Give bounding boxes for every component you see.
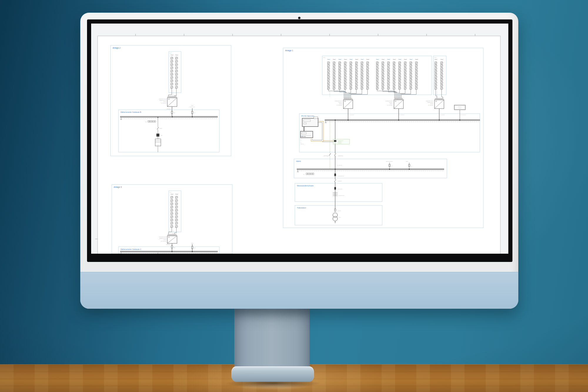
zv-gebaeude-c-label: Zählerverteiler Gebäude C	[121, 248, 141, 250]
lastmanagement-note: EZA-Regler	[338, 142, 342, 142]
dc-terminal	[400, 98, 401, 100]
wr13-note: NYY-J 5x6 mm²	[428, 105, 433, 106]
string-column-label: String 2	[175, 194, 178, 195]
string-column-label: String 2	[440, 59, 443, 60]
string-column-label: String 6	[355, 59, 358, 60]
meter-switch-label: SLS 35 A	[160, 128, 163, 129]
schematic-graphics: String 1String 22x Solarkabel 6 mm²Strin…	[95, 34, 500, 254]
abgang2-label: Abgang	[406, 161, 408, 162]
dc-terminal	[348, 98, 349, 100]
wr12-note: 50,0 kW	[390, 103, 393, 104]
string-column-label: String 6	[404, 59, 407, 60]
pe-terminal	[308, 173, 309, 175]
trafostation-label: Trafostation	[297, 207, 306, 209]
string-column-label: String 7	[361, 59, 364, 60]
junction-dot	[439, 120, 440, 121]
junction-dot	[348, 120, 349, 121]
controller-module	[314, 117, 318, 119]
fuse-symbol	[389, 164, 390, 167]
busbar	[120, 116, 218, 117]
string-column-label: String 5	[350, 59, 353, 60]
pe-terminal	[313, 173, 314, 175]
wr13-note: 20,0 kW	[430, 103, 433, 104]
a2-cable-run-label: Kabelweg 5 m	[167, 109, 171, 109]
fuse-symbol	[171, 246, 173, 248]
dc-terminal	[439, 98, 440, 100]
wr13-note: SUN2000-20KTL	[428, 102, 433, 103]
a3-fuse-label: B25A	[174, 247, 176, 248]
a2-inverter-note: SUN2000-10KTL-M1	[160, 100, 166, 101]
string-column-label: String 7	[410, 59, 412, 60]
imac-body: String 1String 22x Solarkabel 6 mm²Strin…	[80, 13, 518, 309]
string-column-label: String 1	[171, 194, 173, 195]
a2-roof-label: Dach 1	[170, 53, 172, 54]
dc-terminal	[171, 234, 172, 236]
junction-dot	[335, 169, 336, 170]
dc-terminal	[435, 98, 436, 100]
meter-symbol	[156, 134, 159, 137]
nshv-pe-label: PE	[303, 174, 305, 175]
dc-terminal	[438, 98, 439, 100]
junction-dot	[409, 169, 410, 170]
string-column-label: String 4	[393, 59, 396, 60]
scene: String 1String 22x Solarkabel 6 mm²Strin…	[0, 0, 588, 392]
string-column-label: String 1	[171, 54, 173, 56]
mws-nh-label: NH-Trenner 250 A	[338, 189, 343, 189]
zv-gebaeude-b-label: Zählerverteiler Gebäude B	[121, 111, 141, 113]
controller-legend: Modbus RTU	[300, 144, 304, 144]
dc-terminal	[350, 98, 350, 100]
electrical-single-line-diagram: String 1String 22x Solarkabel 6 mm²Strin…	[91, 24, 508, 254]
string-cable-note: 2x Solarkabel 6 mm²	[330, 91, 330, 97]
fuse-symbol	[335, 209, 336, 211]
string-column-label: String 2	[333, 59, 336, 60]
a3-inverter-note: NYY-J 5x4 mm²	[161, 241, 166, 242]
wallbox-label: Ladestation 11 kW	[190, 107, 195, 107]
dc-terminal	[168, 234, 169, 236]
nshv-label: NSHV	[296, 160, 301, 162]
string-column-label: String 8	[415, 59, 418, 60]
dc-terminal	[399, 98, 400, 100]
lastmanagement-note: P ≤ 135 kW	[338, 143, 342, 143]
wr11-note: 50,0 kW	[339, 103, 342, 104]
fuse-symbol	[335, 174, 336, 176]
dc-terminal	[172, 96, 173, 98]
string-column-label: String 4	[344, 59, 347, 60]
string-column-label: String 3	[387, 59, 390, 60]
wr12-note: NYY-J 5x16 mm²	[387, 105, 392, 106]
string-column-label: String 8	[366, 59, 369, 60]
screen: String 1String 22x Solarkabel 6 mm²Strin…	[91, 24, 508, 254]
string-column-label: String 3	[338, 59, 341, 60]
pe-terminal	[311, 173, 312, 175]
dc-terminal	[168, 96, 169, 98]
anlage2-label: Anlage 2	[113, 47, 121, 49]
trafo-nh-label: NH-Trenner	[338, 210, 341, 211]
dc-terminal	[397, 98, 398, 100]
pe-terminal	[153, 121, 154, 122]
abgang2-fuse-label: 35 A	[411, 166, 412, 166]
pe-terminal	[151, 121, 152, 122]
fuse-symbol	[409, 164, 410, 167]
imac-chin	[80, 272, 518, 309]
a3-roof-label: Dach 1	[170, 192, 172, 193]
messwandlerschrank-label: Messwandlerschrank	[297, 185, 314, 187]
busbar	[120, 251, 218, 252]
a2-inverter-note: 10,0 kW	[163, 101, 166, 102]
junction-dot	[398, 120, 399, 121]
anlage3-label: Anlage 3	[114, 186, 122, 188]
busbar	[297, 169, 444, 170]
pe-label: PE	[146, 122, 147, 122]
junction-dot	[460, 120, 460, 121]
dc-terminal	[172, 234, 173, 236]
pe-terminal	[150, 121, 151, 122]
imac-stand-base	[231, 366, 314, 382]
string-column-label: String 1	[327, 59, 330, 60]
dc-terminal	[395, 98, 395, 100]
anlage1-label: Anlage 1	[285, 49, 293, 52]
dc-terminal	[351, 98, 352, 100]
a2-inverter-note: Wechselrichter WR 2.1	[159, 99, 166, 99]
a1-roof1-label: Dach 1	[323, 57, 325, 58]
wr11-note: NYY-J 5x16 mm²	[337, 105, 342, 106]
dc-terminal	[175, 234, 176, 236]
junction-dot	[389, 169, 390, 170]
string-column-label: String 5	[398, 59, 401, 60]
